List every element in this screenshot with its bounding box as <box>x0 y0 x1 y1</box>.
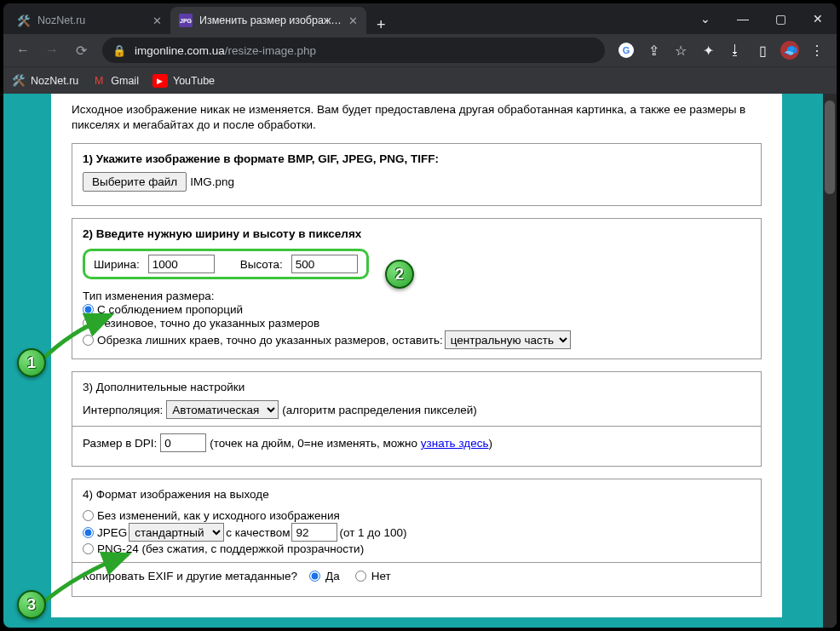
jpg-icon: JPG <box>179 14 193 27</box>
radio-format-png[interactable] <box>83 543 94 554</box>
tab-imgonline[interactable]: JPG Изменить размер изображения ✕ <box>170 7 366 34</box>
google-icon[interactable]: G <box>613 37 639 63</box>
tab-noznet[interactable]: 🛠️ NozNet.ru ✕ <box>9 7 170 34</box>
url-domain: imgonline.com.ua <box>135 44 225 57</box>
radio-exif-yes[interactable] <box>309 571 320 582</box>
url-path: /resize-image.php <box>225 44 316 57</box>
format-same-label: Без изменений, как у исходного изображен… <box>97 509 340 522</box>
radio-crop[interactable] <box>83 335 94 346</box>
new-tab-button[interactable]: + <box>366 16 396 34</box>
address-bar[interactable]: 🔒 imgonline.com.ua/resize-image.php <box>102 37 605 63</box>
bookmark-label: YouTube <box>173 75 215 87</box>
radio-crop-label: Обрезка лишних краев, точно до указанных… <box>97 334 443 347</box>
exif-label: Копировать EXIF и другие метаданные? <box>83 570 297 582</box>
interp-hint: (алгоритм распределения пикселей) <box>282 404 477 416</box>
dpi-input[interactable] <box>160 433 206 452</box>
jpeg-quality-select[interactable]: стандартный <box>129 523 224 542</box>
radio-format-same[interactable] <box>83 510 94 521</box>
format-png-label: PNG-24 (без сжатия, с поддержкой прозрач… <box>97 542 364 555</box>
section1-title: 1) Укажите изображение в формате BMP, GI… <box>83 152 751 165</box>
menu-icon[interactable]: ⋮ <box>804 37 830 63</box>
youtube-icon: ▶ <box>152 74 168 88</box>
radio-stretch[interactable] <box>83 318 94 329</box>
annotation-badge-1: 1 <box>17 348 46 377</box>
page-content: Исходное изображение никак не изменяется… <box>51 94 782 617</box>
exif-yes-label: Да <box>325 570 340 582</box>
bookmark-noznet[interactable]: 🛠️ NozNet.ru <box>12 74 78 88</box>
toolbar: ← → ⟳ 🔒 imgonline.com.ua/resize-image.ph… <box>3 34 837 66</box>
back-button[interactable]: ← <box>10 37 36 63</box>
panel-icon[interactable]: ▯ <box>750 37 775 63</box>
gmail-icon: M <box>92 74 106 88</box>
bookmarks-bar: 🛠️ NozNet.ru M Gmail ▶ YouTube <box>3 66 837 94</box>
section-format: 4) Формат изображения на выходе Без изме… <box>72 479 762 597</box>
radio-format-jpeg[interactable] <box>83 527 94 538</box>
maximize-button[interactable]: ▢ <box>762 3 799 34</box>
width-input[interactable] <box>148 255 215 273</box>
section-advanced: 3) Дополнительные настройки Интерполяция… <box>72 371 762 467</box>
jpeg-q-hint: (от 1 до 100) <box>339 526 406 539</box>
choose-file-button[interactable]: Выберите файл <box>83 172 187 192</box>
height-input[interactable] <box>291 255 358 273</box>
wrench-icon: 🛠️ <box>12 74 26 88</box>
selected-filename: IMG.png <box>190 175 234 188</box>
bookmark-label: Gmail <box>111 75 139 87</box>
section3-title: 3) Дополнительные настройки <box>83 381 751 393</box>
close-icon[interactable]: ✕ <box>152 14 162 27</box>
lock-icon: 🔒 <box>112 44 126 57</box>
close-window-button[interactable]: ✕ <box>799 3 837 34</box>
tab-title: NozNet.ru <box>37 14 147 26</box>
reload-button[interactable]: ⟳ <box>68 37 94 63</box>
scrollbar-thumb[interactable] <box>825 100 835 194</box>
intro-text: Исходное изображение никак не изменяется… <box>72 102 762 133</box>
download-icon[interactable]: ⭳ <box>722 37 748 63</box>
bookmark-label: NozNet.ru <box>31 75 78 87</box>
wrench-icon: 🛠️ <box>17 14 31 27</box>
minimize-button[interactable]: — <box>724 3 762 34</box>
chevron-down-icon[interactable]: ⌄ <box>687 3 724 34</box>
tab-title: Изменить размер изображения <box>199 14 343 26</box>
exif-no-label: Нет <box>371 570 391 582</box>
share-icon[interactable]: ⇪ <box>641 37 666 63</box>
bookmark-youtube[interactable]: ▶ YouTube <box>152 74 215 88</box>
interpolation-select[interactable]: Автоматическая <box>166 400 279 419</box>
dpi-label: Размер в DPI: <box>83 437 157 450</box>
interp-label: Интерполяция: <box>83 404 163 416</box>
section4-title: 4) Формат изображения на выходе <box>83 488 751 501</box>
forward-button[interactable]: → <box>39 37 65 63</box>
height-label: Высота: <box>240 258 283 271</box>
width-label: Ширина: <box>94 258 140 271</box>
star-icon[interactable]: ☆ <box>668 37 693 63</box>
extensions-icon[interactable]: ✦ <box>695 37 721 63</box>
section-file: 1) Укажите изображение в формате BMP, GI… <box>72 143 762 206</box>
close-icon[interactable]: ✕ <box>348 14 358 27</box>
dpi-hint-a: (точек на дюйм, 0=не изменять, можно <box>210 437 420 450</box>
radio-proportional[interactable] <box>83 304 94 315</box>
section2-title: 2) Введите нужную ширину и высоту в пикс… <box>83 227 751 240</box>
resize-type-label: Тип изменения размера: <box>83 290 751 302</box>
bookmark-gmail[interactable]: M Gmail <box>92 74 139 88</box>
section-dimensions: 2) Введите нужную ширину и высоту в пикс… <box>72 218 762 359</box>
titlebar: 🛠️ NozNet.ru ✕ JPG Изменить размер изобр… <box>3 3 837 34</box>
radio-exif-no[interactable] <box>355 571 366 582</box>
vertical-scrollbar[interactable] <box>823 94 837 628</box>
dpi-hint-b: ) <box>488 437 492 450</box>
profile-avatar[interactable]: 🧢 <box>777 37 803 63</box>
radio-proportional-label: С соблюдением пропорций <box>97 303 243 316</box>
jpeg-q-label: с качеством <box>226 526 290 539</box>
jpeg-quality-input[interactable] <box>291 523 337 542</box>
format-jpeg-label: JPEG <box>97 526 127 539</box>
dimensions-highlight: Ширина: Высота: <box>83 249 369 279</box>
dpi-link[interactable]: узнать здесь <box>421 437 489 450</box>
crop-position-select[interactable]: центральную часть <box>445 330 571 349</box>
radio-stretch-label: Резиновое, точно до указанных размеров <box>97 317 319 330</box>
annotation-badge-2: 2 <box>385 260 414 289</box>
annotation-badge-3: 3 <box>17 590 46 619</box>
